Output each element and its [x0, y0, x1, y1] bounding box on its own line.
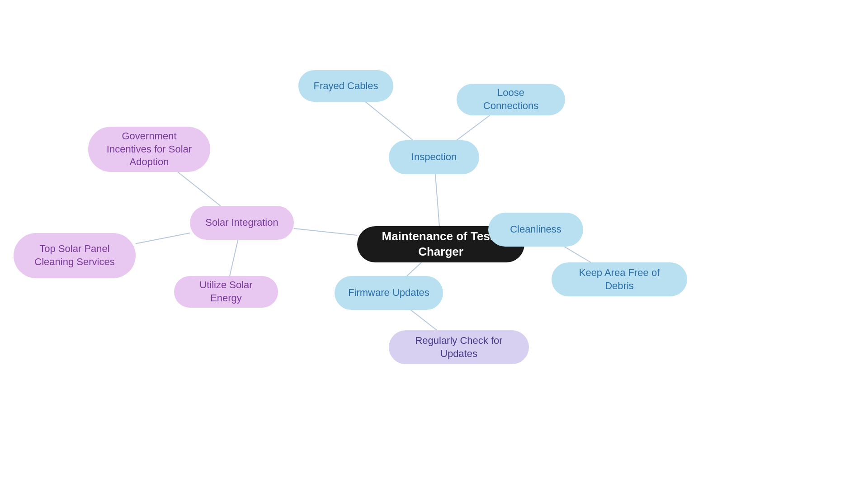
node-label-loose-connections: Loose Connections [469, 86, 552, 112]
svg-line-4 [564, 247, 591, 262]
node-label-frayed-cables: Frayed Cables [313, 80, 378, 93]
node-keep-area-free: Keep Area Free of Debris [552, 262, 687, 296]
node-label-utilize-solar: Utilize Solar Energy [187, 279, 265, 304]
node-firmware-updates: Firmware Updates [335, 276, 443, 310]
node-solar-integration: Solar Integration [190, 206, 294, 240]
svg-line-9 [136, 233, 190, 244]
svg-line-10 [230, 240, 238, 276]
node-top-solar-panel: Top Solar Panel Cleaning Services [14, 233, 136, 278]
node-label-regularly-check: Regularly Check for Updates [401, 334, 516, 360]
svg-line-7 [294, 228, 357, 235]
svg-line-8 [178, 172, 221, 206]
svg-line-6 [410, 310, 437, 330]
node-label-firmware-updates: Firmware Updates [348, 286, 429, 300]
svg-line-0 [435, 174, 439, 226]
svg-line-1 [365, 102, 413, 140]
node-cleanliness: Cleanliness [488, 213, 583, 247]
node-label-inspection: Inspection [411, 151, 457, 164]
node-inspection: Inspection [389, 140, 479, 174]
svg-line-5 [407, 262, 421, 276]
node-loose-connections: Loose Connections [457, 84, 565, 115]
node-label-cleanliness: Cleanliness [510, 223, 561, 236]
node-government-incentives: Government Incentives for Solar Adoption [88, 127, 210, 172]
node-regularly-check: Regularly Check for Updates [389, 330, 529, 364]
node-label-top-solar-panel: Top Solar Panel Cleaning Services [26, 243, 123, 268]
svg-line-2 [457, 115, 490, 140]
node-frayed-cables: Frayed Cables [298, 70, 393, 102]
node-label-government-incentives: Government Incentives for Solar Adoption [101, 130, 198, 169]
node-utilize-solar: Utilize Solar Energy [174, 276, 278, 308]
node-label-keep-area-free: Keep Area Free of Debris [564, 266, 675, 292]
node-label-solar-integration: Solar Integration [205, 216, 278, 229]
